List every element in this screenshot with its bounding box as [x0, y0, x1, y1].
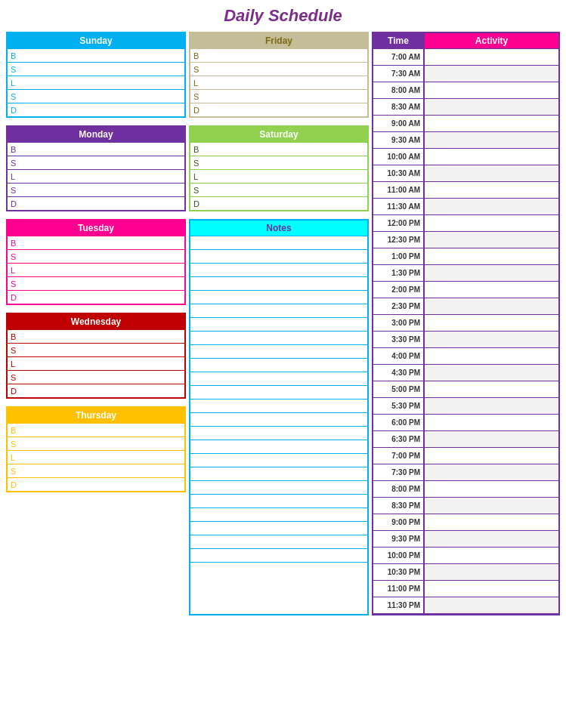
saturday-row-b[interactable]: B	[190, 142, 367, 156]
time-cell-0430pm: 4:30 PM	[373, 365, 423, 381]
thursday-header: Thursday	[8, 408, 184, 423]
activity-cell-0330pm[interactable]	[425, 332, 558, 348]
activity-cell-0600pm[interactable]	[425, 415, 558, 431]
activity-cell-0730pm[interactable]	[425, 464, 558, 481]
friday-row-d[interactable]: D	[190, 103, 367, 116]
thursday-row-s1[interactable]: S	[8, 436, 184, 450]
time-cell-0900pm: 9:00 PM	[373, 514, 423, 531]
activity-cell-0730am[interactable]	[425, 66, 558, 82]
sunday-row-b[interactable]: B	[8, 48, 184, 62]
activity-cell-1200pm[interactable]	[425, 215, 558, 232]
activity-cell-0230pm[interactable]	[425, 298, 558, 315]
activity-cell-0300pm[interactable]	[425, 315, 558, 332]
monday-row-b[interactable]: B	[8, 142, 184, 156]
monday-row-s1[interactable]: S	[8, 156, 184, 169]
activity-cell-0900am[interactable]	[425, 116, 558, 132]
activity-cell-0130pm[interactable]	[425, 265, 558, 282]
notes-row-9[interactable]	[190, 344, 367, 358]
activity-cell-1230pm[interactable]	[425, 232, 558, 248]
friday-row-l[interactable]: L	[190, 76, 367, 89]
notes-header: Notes	[190, 221, 367, 236]
wednesday-row-b[interactable]: B	[8, 329, 184, 343]
notes-row-8[interactable]	[190, 331, 367, 344]
thursday-row-d[interactable]: D	[8, 477, 184, 491]
activity-cell-0200pm[interactable]	[425, 282, 558, 298]
wednesday-row-s1[interactable]: S	[8, 343, 184, 356]
wednesday-row-s2[interactable]: S	[8, 370, 184, 384]
activity-cell-1100am[interactable]	[425, 182, 558, 199]
tuesday-row-s2[interactable]: S	[8, 276, 184, 290]
thursday-row-s2[interactable]: S	[8, 464, 184, 477]
tuesday-row-d[interactable]: D	[8, 290, 184, 304]
notes-row-10[interactable]	[190, 358, 367, 372]
notes-row-18[interactable]	[190, 467, 367, 480]
notes-row-20[interactable]	[190, 494, 367, 507]
sunday-row-s2[interactable]: S	[8, 89, 184, 103]
activity-cell-0430pm[interactable]	[425, 365, 558, 381]
notes-row-13[interactable]	[190, 399, 367, 412]
schedule-section: Time 7:00 AM 7:30 AM 8:00 AM 8:30 AM 9:0…	[372, 32, 560, 615]
activity-cell-1030pm[interactable]	[425, 564, 558, 581]
notes-row-3[interactable]	[190, 263, 367, 276]
friday-row-s2[interactable]: S	[190, 89, 367, 103]
monday-row-s2[interactable]: S	[8, 183, 184, 196]
activity-cell-0530pm[interactable]	[425, 398, 558, 415]
activity-cell-0830am[interactable]	[425, 99, 558, 116]
saturday-row-l[interactable]: L	[190, 169, 367, 183]
activity-cell-0900pm[interactable]	[425, 514, 558, 531]
wednesday-row-d[interactable]: D	[8, 384, 184, 397]
activity-cell-0700am[interactable]	[425, 49, 558, 66]
activity-cell-0830pm[interactable]	[425, 498, 558, 514]
sunday-row-l[interactable]: L	[8, 76, 184, 89]
activity-cell-0930am[interactable]	[425, 132, 558, 149]
activity-cell-0400pm[interactable]	[425, 348, 558, 365]
activity-cell-0930pm[interactable]	[425, 531, 558, 548]
sunday-row-s1[interactable]: S	[8, 62, 184, 76]
thursday-row-l[interactable]: L	[8, 450, 184, 464]
notes-row-2[interactable]	[190, 249, 367, 263]
tuesday-row-s1[interactable]: S	[8, 249, 184, 263]
activity-cell-0500pm[interactable]	[425, 381, 558, 398]
activity-cell-1130am[interactable]	[425, 199, 558, 215]
activity-cell-1030am[interactable]	[425, 165, 558, 182]
activity-cell-1000am[interactable]	[425, 149, 558, 165]
activity-cell-1000pm[interactable]	[425, 548, 558, 564]
activity-cell-1100pm[interactable]	[425, 581, 558, 597]
activity-cell-0800am[interactable]	[425, 82, 558, 99]
activity-cell-1130pm[interactable]	[425, 597, 558, 614]
notes-row-14[interactable]	[190, 412, 367, 426]
notes-row-4[interactable]	[190, 276, 367, 290]
friday-row-s1[interactable]: S	[190, 62, 367, 76]
notes-row-12[interactable]	[190, 385, 367, 399]
tuesday-row-b[interactable]: B	[8, 236, 184, 249]
notes-row-21[interactable]	[190, 507, 367, 521]
time-cell-1130pm: 11:30 PM	[373, 597, 423, 614]
notes-row-24[interactable]	[190, 548, 367, 562]
sunday-row-d[interactable]: D	[8, 103, 184, 116]
friday-row-b[interactable]: B	[190, 48, 367, 62]
notes-row-7[interactable]	[190, 317, 367, 331]
saturday-row-s2[interactable]: S	[190, 183, 367, 196]
saturday-row-d[interactable]: D	[190, 196, 367, 210]
notes-row-23[interactable]	[190, 535, 367, 548]
notes-row-25[interactable]	[190, 562, 367, 575]
wednesday-row-l[interactable]: L	[8, 356, 184, 370]
activity-cell-0630pm[interactable]	[425, 431, 558, 448]
activity-cell-0700pm[interactable]	[425, 448, 558, 464]
monday-row-d[interactable]: D	[8, 196, 184, 210]
notes-row-1[interactable]	[190, 236, 367, 249]
monday-row-l[interactable]: L	[8, 169, 184, 183]
notes-row-5[interactable]	[190, 290, 367, 304]
saturday-row-s1[interactable]: S	[190, 156, 367, 169]
notes-row-22[interactable]	[190, 521, 367, 535]
tuesday-row-l[interactable]: L	[8, 263, 184, 276]
notes-row-16[interactable]	[190, 440, 367, 453]
thursday-row-b[interactable]: B	[8, 423, 184, 436]
notes-row-15[interactable]	[190, 426, 367, 440]
activity-cell-0800pm[interactable]	[425, 481, 558, 498]
notes-row-17[interactable]	[190, 453, 367, 467]
activity-cell-0100pm[interactable]	[425, 248, 558, 265]
notes-row-11[interactable]	[190, 372, 367, 385]
notes-row-19[interactable]	[190, 480, 367, 494]
notes-row-6[interactable]	[190, 304, 367, 317]
